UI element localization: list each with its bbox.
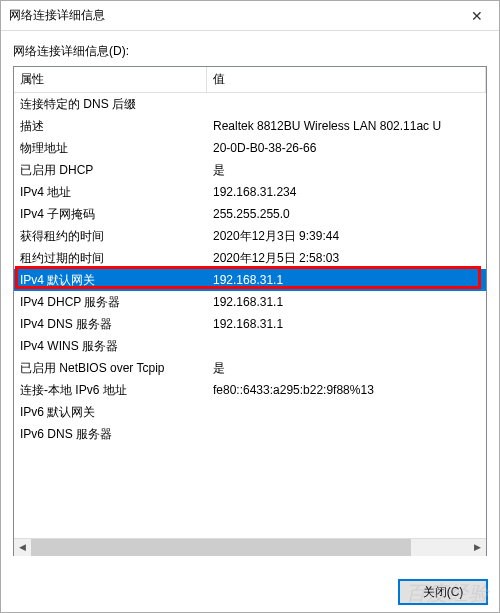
value-cell <box>207 335 486 357</box>
value-cell: fe80::6433:a295:b22:9f88%13 <box>207 379 486 401</box>
table-row[interactable]: 物理地址20-0D-B0-38-26-66 <box>14 137 486 159</box>
header-value[interactable]: 值 <box>207 67 486 92</box>
table-row[interactable]: 已启用 DHCP是 <box>14 159 486 181</box>
scroll-track[interactable] <box>31 539 469 556</box>
window-title: 网络连接详细信息 <box>9 7 105 24</box>
close-button[interactable]: 关闭(C) <box>399 580 487 604</box>
table-row[interactable]: IPv4 默认网关192.168.31.1 <box>14 269 486 291</box>
value-cell: 2020年12月5日 2:58:03 <box>207 247 486 269</box>
list-body: 属性 值 连接特定的 DNS 后缀描述Realtek 8812BU Wirele… <box>14 67 486 538</box>
table-row[interactable]: 获得租约的时间2020年12月3日 9:39:44 <box>14 225 486 247</box>
property-cell: 已启用 NetBIOS over Tcpip <box>14 357 207 379</box>
value-cell: 192.168.31.1 <box>207 291 486 313</box>
value-cell: 192.168.31.1 <box>207 313 486 335</box>
header-property[interactable]: 属性 <box>14 67 207 92</box>
table-row[interactable]: IPv4 DHCP 服务器192.168.31.1 <box>14 291 486 313</box>
value-cell: 255.255.255.0 <box>207 203 486 225</box>
table-row[interactable]: 连接特定的 DNS 后缀 <box>14 93 486 115</box>
value-cell: 是 <box>207 159 486 181</box>
scroll-left-button[interactable]: ◀ <box>14 539 31 556</box>
value-cell: 20-0D-B0-38-26-66 <box>207 137 486 159</box>
details-label: 网络连接详细信息(D): <box>13 43 487 60</box>
value-cell: 192.168.31.234 <box>207 181 486 203</box>
property-cell: IPv4 地址 <box>14 181 207 203</box>
dialog-content: 网络连接详细信息(D): 属性 值 连接特定的 DNS 后缀描述Realtek … <box>1 31 499 568</box>
table-row[interactable]: IPv6 DNS 服务器 <box>14 423 486 445</box>
property-cell: IPv4 DNS 服务器 <box>14 313 207 335</box>
property-cell: IPv6 默认网关 <box>14 401 207 423</box>
property-cell: 已启用 DHCP <box>14 159 207 181</box>
table-row[interactable]: 租约过期的时间2020年12月5日 2:58:03 <box>14 247 486 269</box>
table-row[interactable]: 描述Realtek 8812BU Wireless LAN 802.11ac U <box>14 115 486 137</box>
property-cell: 获得租约的时间 <box>14 225 207 247</box>
property-cell: IPv4 子网掩码 <box>14 203 207 225</box>
property-cell: 连接特定的 DNS 后缀 <box>14 93 207 115</box>
value-cell: 是 <box>207 357 486 379</box>
property-cell: IPv6 DNS 服务器 <box>14 423 207 445</box>
close-icon[interactable]: ✕ <box>454 1 499 31</box>
table-row[interactable]: IPv4 子网掩码255.255.255.0 <box>14 203 486 225</box>
property-cell: 描述 <box>14 115 207 137</box>
property-cell: IPv4 WINS 服务器 <box>14 335 207 357</box>
value-cell <box>207 93 486 115</box>
details-listview: 属性 值 连接特定的 DNS 后缀描述Realtek 8812BU Wirele… <box>13 66 487 556</box>
scroll-right-button[interactable]: ▶ <box>469 539 486 556</box>
table-row[interactable]: IPv4 WINS 服务器 <box>14 335 486 357</box>
property-cell: 物理地址 <box>14 137 207 159</box>
property-cell: IPv4 DHCP 服务器 <box>14 291 207 313</box>
table-row[interactable]: 连接-本地 IPv6 地址fe80::6433:a295:b22:9f88%13 <box>14 379 486 401</box>
header-row: 属性 值 <box>14 67 486 93</box>
button-bar: 关闭(C) <box>1 568 499 613</box>
value-cell <box>207 423 486 445</box>
property-cell: IPv4 默认网关 <box>14 269 207 291</box>
table-row[interactable]: 已启用 NetBIOS over Tcpip是 <box>14 357 486 379</box>
table-row[interactable]: IPv4 DNS 服务器192.168.31.1 <box>14 313 486 335</box>
rows-container: 连接特定的 DNS 后缀描述Realtek 8812BU Wireless LA… <box>14 93 486 445</box>
table-row[interactable]: IPv6 默认网关 <box>14 401 486 423</box>
value-cell: 192.168.31.1 <box>207 269 486 291</box>
value-cell: Realtek 8812BU Wireless LAN 802.11ac U <box>207 115 486 137</box>
value-cell: 2020年12月3日 9:39:44 <box>207 225 486 247</box>
titlebar: 网络连接详细信息 ✕ <box>1 1 499 31</box>
value-cell <box>207 401 486 423</box>
property-cell: 连接-本地 IPv6 地址 <box>14 379 207 401</box>
horizontal-scrollbar[interactable]: ◀ ▶ <box>14 538 486 555</box>
table-row[interactable]: IPv4 地址192.168.31.234 <box>14 181 486 203</box>
scroll-thumb[interactable] <box>31 539 411 556</box>
property-cell: 租约过期的时间 <box>14 247 207 269</box>
